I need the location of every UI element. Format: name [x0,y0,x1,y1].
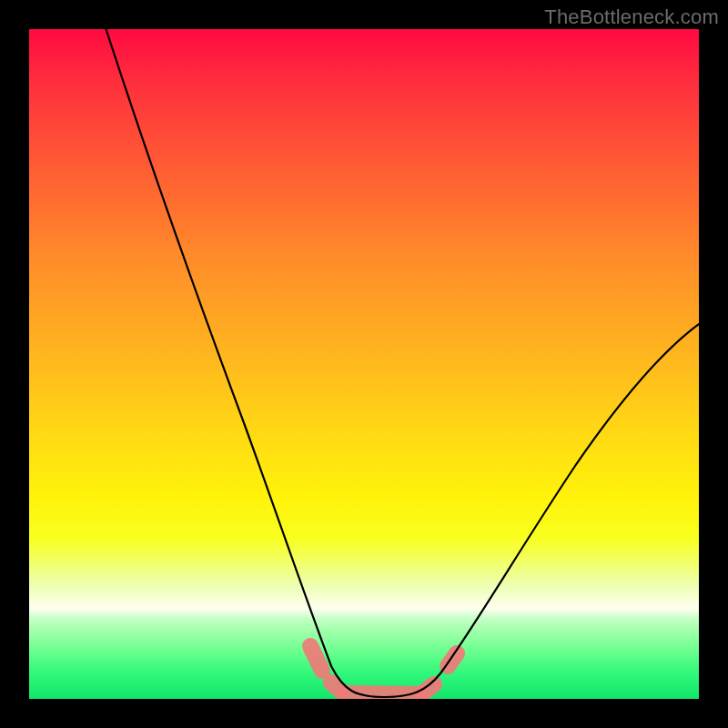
chart-stage: TheBottleneck.com [0,0,728,728]
curve-right [384,311,699,697]
plot-area [29,29,699,699]
highlight-seg-1 [310,646,322,671]
bottleneck-curve [29,29,699,699]
watermark-text: TheBottleneck.com [544,5,719,29]
curve-left [100,29,384,697]
